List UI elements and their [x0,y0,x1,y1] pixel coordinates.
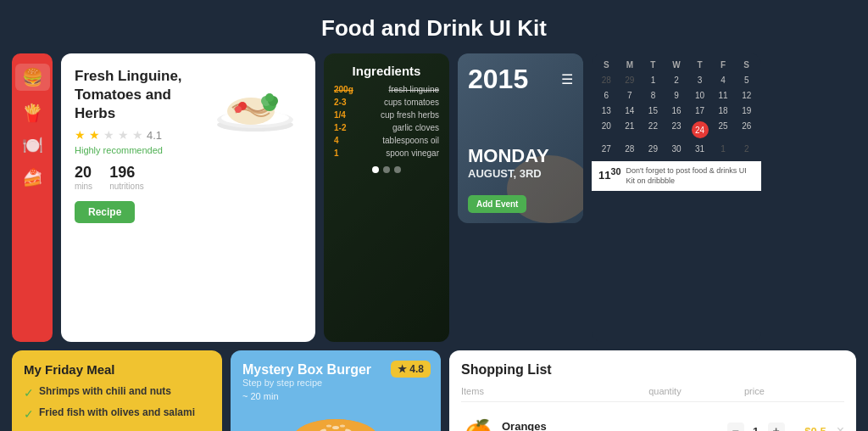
meal-card: My Friday Meal ✓ Shrimps with chili and … [12,350,222,431]
meal-item-text-1: Shrimps with chili and nuts [39,385,171,397]
nutritions-value: 196 [109,164,144,182]
cal-cell[interactable]: 17 [688,104,711,118]
sh-header-items: Items [461,386,484,396]
oranges-info: Oranges $0.5/piece [502,420,720,431]
cal-w: W [665,59,688,71]
recipe-stats: 20 mins 196 nutritions [75,164,198,191]
add-event-button[interactable]: Add Event [468,195,526,213]
cal-cell[interactable]: 23 [665,119,688,141]
cal-cell[interactable]: 29 [619,73,642,87]
date-card: 2015 ☰ MONDAY AUGUST, 3RD Add Event [458,53,583,223]
cal-cell[interactable]: 29 [642,142,665,156]
oranges-qty: 1 [749,425,763,432]
sidebar-icon-cake[interactable]: 🍰 [22,167,43,188]
svg-point-9 [235,106,242,113]
cal-cell[interactable]: 22 [642,119,665,141]
page-title: Food and Drink UI Kit [0,0,868,53]
cal-cell[interactable]: 5 [735,73,758,87]
recipe-stars: ★ ★ ★ ★ ★ 4.1 [75,128,198,142]
cal-cell[interactable]: 31 [688,142,711,156]
shopping-item-oranges: 🍊 Oranges $0.5/piece − 1 + $0.5 × [461,409,844,431]
sidebar: 🍔 🍟 🍽️ 🍰 [12,53,53,342]
oranges-plus-button[interactable]: + [768,423,785,431]
burger-subtitle: Step by step recipe [242,378,429,388]
cal-cell[interactable]: 20 [595,119,618,141]
cal-s1: S [595,59,618,71]
ing-row-1: 200g fresh linguine [334,85,439,94]
date-full: AUGUST, 3RD [468,167,573,180]
oranges-image: 🍊 [461,414,495,431]
cal-m: M [619,59,642,71]
mins-value: 20 [75,164,92,182]
cal-cell[interactable]: 2 [735,142,758,156]
ing-row-5: 4 tablespoons oil [334,136,439,145]
cal-cell[interactable]: 13 [595,104,618,118]
rating-number: 4.1 [147,129,162,142]
star-1: ★ [75,128,86,142]
cal-cell[interactable]: 26 [735,119,758,141]
cal-cell[interactable]: 18 [712,104,735,118]
shopping-list-headers: Items quantity price [461,386,844,402]
cal-cell[interactable]: 28 [595,73,618,87]
reminder-text: Don't forget to post food & drinks UI Ki… [626,166,754,186]
cal-t1: T [642,59,665,71]
cal-cell[interactable]: 15 [642,104,665,118]
burger-image [242,406,429,431]
recipe-button[interactable]: Recipe [75,201,135,223]
burger-rating: ★ 4.8 [391,361,431,378]
svg-point-17 [340,425,345,428]
cal-cell[interactable]: 16 [665,104,688,118]
cal-cell[interactable]: 12 [735,88,758,103]
cal-cell[interactable]: 2 [665,73,688,87]
star-4: ★ [118,128,129,142]
date-year: 2015 [468,64,528,95]
date-day-name: MONDAY [468,145,573,167]
cal-cell[interactable]: 1 [642,73,665,87]
star-5: ★ [132,128,143,142]
cal-cell[interactable]: 30 [665,142,688,156]
cal-cell[interactable]: 27 [595,142,618,156]
oranges-minus-button[interactable]: − [727,423,744,431]
sidebar-icon-plate[interactable]: 🍽️ [22,135,43,155]
cal-cell-today[interactable]: 24 [688,119,711,141]
cal-cell[interactable]: 28 [619,142,642,156]
dot-3[interactable] [394,166,401,173]
recommended-label: Highly recommended [75,145,198,155]
ing-row-3: 1/4 cup fresh herbs [334,110,439,120]
dot-2[interactable] [383,166,390,173]
star-icon: ★ [398,363,407,375]
oranges-delete-button[interactable]: × [837,423,844,431]
sidebar-icon-burger[interactable]: 🍔 [15,64,50,91]
sh-header-price: price [744,386,765,396]
recipe-title: Fresh Linguine, Tomatoes and Herbs [75,67,198,123]
ingredients-card: Ingredients 200g fresh linguine 2-3 cups… [324,53,449,342]
cal-cell[interactable]: 14 [619,104,642,118]
ing-row-4: 1-2 garlic cloves [334,123,439,132]
cal-cell[interactable]: 3 [688,73,711,87]
svg-point-7 [265,93,274,102]
cal-cell[interactable]: 11 [712,88,735,103]
svg-point-16 [326,425,331,428]
cal-cell[interactable]: 19 [735,104,758,118]
cal-cell[interactable]: 6 [595,88,618,103]
shopping-list-title: Shopping List [461,362,844,378]
cal-cell[interactable]: 10 [688,88,711,103]
cal-cell[interactable]: 7 [619,88,642,103]
meal-item-1: ✓ Shrimps with chili and nuts [24,385,210,400]
calendar-grid: 28 29 1 2 3 4 5 6 7 8 9 10 11 12 13 14 1… [592,73,761,161]
cal-cell[interactable]: 8 [642,88,665,103]
cal-cell[interactable]: 4 [712,73,735,87]
meal-item-text-2: Fried fish with olives and salami [39,406,195,418]
sidebar-icon-fries[interactable]: 🍟 [22,103,43,123]
cal-cell[interactable]: 25 [712,119,735,141]
meal-title: My Friday Meal [24,362,210,377]
cal-cell[interactable]: 9 [665,88,688,103]
ing-row-6: 1 spoon vinegar [334,148,439,158]
check-icon-1: ✓ [24,386,34,400]
cal-cell[interactable]: 21 [619,119,642,141]
star-2: ★ [89,128,100,142]
menu-icon[interactable]: ☰ [561,71,573,87]
burger-card: Mystery Box Burger Step by step recipe ★… [231,350,441,431]
dot-1[interactable] [372,166,379,173]
cal-cell[interactable]: 1 [712,142,735,156]
